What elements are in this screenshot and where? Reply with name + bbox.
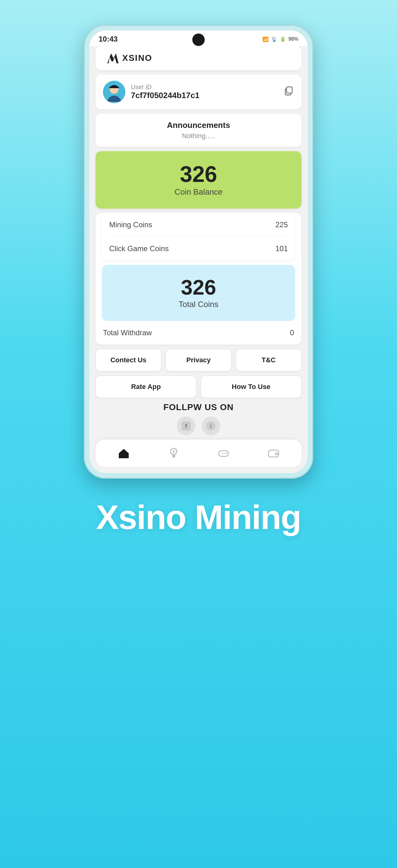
- how-to-use-button[interactable]: How To Use: [201, 376, 301, 398]
- wifi-icon: 📡: [271, 36, 277, 42]
- stats-card: Mining Coins 225 Click Game Coins 101: [102, 213, 295, 260]
- announcements-body: Nothing.....: [103, 132, 294, 140]
- action-buttons-row1: Contect Us Privacy T&C: [96, 349, 301, 371]
- svg-point-19: [226, 452, 227, 454]
- svg-text:t: t: [210, 424, 212, 429]
- mining-value: 225: [275, 220, 288, 229]
- svg-rect-13: [172, 455, 175, 456]
- facebook-icon[interactable]: f: [177, 416, 195, 435]
- status-bar: 10:43 📶 📡 🔋 98%: [89, 30, 308, 46]
- logo-text: XSINO: [122, 53, 152, 63]
- svg-rect-3: [109, 87, 119, 88]
- total-coins-card: 326 Total Coins: [102, 265, 295, 321]
- privacy-button[interactable]: Privacy: [166, 349, 231, 371]
- copy-button[interactable]: [283, 85, 294, 99]
- svg-point-22: [275, 453, 277, 455]
- coin-balance-card: 326 Coin Balance: [96, 151, 301, 209]
- mining-icon: $: [167, 447, 180, 460]
- battery-icon: 🔋: [280, 36, 286, 42]
- network-icon: 📶: [262, 36, 269, 42]
- status-icons: 📶 📡 🔋 98%: [262, 36, 298, 42]
- mining-label: Mining Coins: [109, 220, 152, 229]
- svg-marker-0: [107, 53, 119, 63]
- follow-section: FOLLPW US ON f t: [96, 402, 301, 435]
- nav-wallet[interactable]: [261, 444, 286, 462]
- withdraw-row: Total Withdraw 0: [96, 321, 301, 345]
- click-value: 101: [275, 244, 288, 253]
- coin-balance-label: Coin Balance: [103, 187, 294, 197]
- announcements-card: Announcements Nothing.....: [96, 114, 301, 147]
- coin-balance-number: 326: [103, 163, 294, 185]
- mining-stat-row: Mining Coins 225: [109, 213, 288, 237]
- user-id-value: 7cf7f050244b17c1: [131, 91, 199, 100]
- copy-icon: [283, 85, 294, 96]
- wallet-icon: [267, 447, 280, 460]
- total-coins-label: Total Coins: [109, 300, 288, 309]
- svg-text:$: $: [172, 449, 175, 454]
- tnc-button[interactable]: T&C: [236, 349, 301, 371]
- svg-rect-15: [219, 451, 229, 456]
- user-info: User iD 7cf7f050244b17c1: [131, 84, 199, 100]
- stats-wrapper: Mining Coins 225 Click Game Coins 101 32…: [96, 213, 301, 345]
- nav-game[interactable]: [211, 444, 236, 462]
- avatar-image: [103, 81, 125, 103]
- camera-notch: [192, 34, 205, 46]
- user-left: User iD 7cf7f050244b17c1: [103, 81, 199, 103]
- follow-title: FOLLPW US ON: [96, 402, 301, 412]
- logo: XSINO: [105, 52, 152, 64]
- bottom-nav: $: [96, 440, 301, 467]
- click-label: Click Game Coins: [109, 244, 169, 253]
- social-icon-2[interactable]: t: [202, 416, 220, 435]
- action-buttons-row2: Rate App How To Use: [96, 376, 301, 398]
- svg-rect-5: [287, 87, 292, 93]
- nav-mining[interactable]: $: [161, 444, 186, 462]
- logo-icon: [105, 52, 120, 64]
- svg-point-18: [225, 453, 226, 454]
- home-icon: [118, 447, 130, 460]
- withdraw-label: Total Withdraw: [103, 329, 152, 337]
- follow-icons: f t: [96, 416, 301, 435]
- svg-rect-10: [122, 455, 126, 458]
- user-id-label: User iD: [131, 84, 199, 91]
- nav-home[interactable]: [111, 444, 136, 462]
- app-content: XSINO User iD: [89, 46, 308, 473]
- rate-button[interactable]: Rate App: [96, 376, 196, 398]
- total-coins-number: 326: [109, 277, 288, 298]
- header-bar: XSINO: [96, 46, 301, 70]
- battery-percent: 98%: [289, 36, 298, 42]
- phone-screen: 10:43 📶 📡 🔋 98% XSINO: [89, 30, 308, 473]
- app-title: Xsino Mining: [96, 497, 301, 537]
- contact-button[interactable]: Contect Us: [96, 349, 161, 371]
- avatar: [103, 81, 125, 103]
- game-icon: [218, 447, 230, 460]
- announcements-title: Announcements: [103, 120, 294, 130]
- user-card: User iD 7cf7f050244b17c1: [96, 74, 301, 109]
- phone-frame: 10:43 📶 📡 🔋 98% XSINO: [84, 25, 313, 479]
- svg-rect-14: [172, 456, 175, 458]
- status-time: 10:43: [99, 35, 118, 43]
- withdraw-value: 0: [290, 329, 294, 337]
- click-stat-row: Click Game Coins 101: [109, 237, 288, 260]
- svg-text:f: f: [185, 423, 187, 429]
